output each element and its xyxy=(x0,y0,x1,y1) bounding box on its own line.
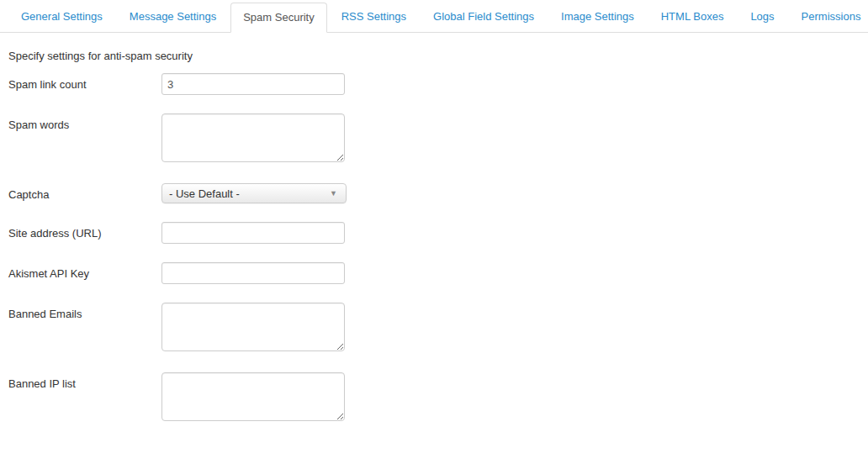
banned-ip-list-label: Banned IP list xyxy=(8,372,161,424)
tab-spam-security[interactable]: Spam Security xyxy=(230,3,327,33)
field-row-akismet-api-key: Akismet API Key xyxy=(8,262,860,284)
tab-general-settings[interactable]: General Settings xyxy=(8,2,115,32)
site-address-input[interactable] xyxy=(161,222,345,244)
spam-security-pane: Specify settings for anti-spam security … xyxy=(0,33,868,424)
akismet-api-key-label: Akismet API Key xyxy=(8,262,161,284)
tab-message-settings[interactable]: Message Settings xyxy=(117,2,229,32)
spam-link-count-label: Spam link count xyxy=(8,73,161,95)
settings-tab-bar: General Settings Message Settings Spam S… xyxy=(0,2,868,33)
spam-link-count-input[interactable] xyxy=(161,73,345,95)
banned-ip-list-textarea[interactable] xyxy=(161,372,345,421)
tab-global-field-settings[interactable]: Global Field Settings xyxy=(421,2,547,32)
field-row-banned-ip-list: Banned IP list xyxy=(8,372,860,424)
field-row-spam-words: Spam words xyxy=(8,113,860,165)
captcha-label: Captcha xyxy=(8,183,161,203)
pane-description: Specify settings for anti-spam security xyxy=(8,50,860,62)
tab-logs[interactable]: Logs xyxy=(738,2,786,32)
chevron-down-icon: ▼ xyxy=(330,190,337,198)
tab-rss-settings[interactable]: RSS Settings xyxy=(329,2,419,32)
field-row-spam-link-count: Spam link count xyxy=(8,73,860,95)
field-row-site-address: Site address (URL) xyxy=(8,222,860,244)
field-row-banned-emails: Banned Emails xyxy=(8,303,860,354)
captcha-select[interactable]: - Use Default - ▼ xyxy=(161,183,347,203)
tab-permissions[interactable]: Permissions xyxy=(789,2,868,32)
field-row-captcha: Captcha - Use Default - ▼ xyxy=(8,183,860,203)
akismet-api-key-input[interactable] xyxy=(161,262,345,284)
spam-words-label: Spam words xyxy=(8,113,161,165)
banned-emails-textarea[interactable] xyxy=(161,303,345,351)
tab-image-settings[interactable]: Image Settings xyxy=(548,2,647,32)
spam-words-textarea[interactable] xyxy=(161,113,345,162)
site-address-label: Site address (URL) xyxy=(8,222,161,244)
tab-html-boxes[interactable]: HTML Boxes xyxy=(648,2,737,32)
captcha-selected-value: - Use Default - xyxy=(169,187,240,200)
banned-emails-label: Banned Emails xyxy=(8,303,161,354)
